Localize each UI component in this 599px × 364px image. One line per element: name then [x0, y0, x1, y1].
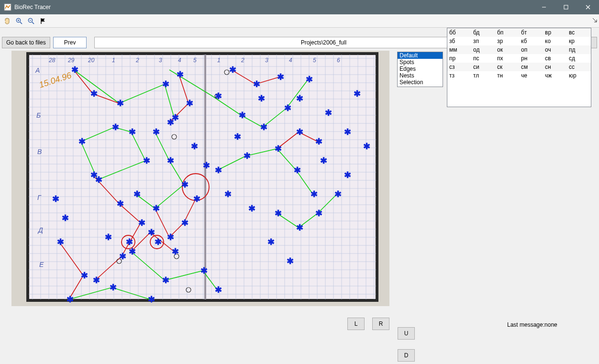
- zoom-out-icon[interactable]: [26, 16, 36, 26]
- window-title: BioRec Tracer: [14, 4, 533, 11]
- minimize-button[interactable]: [533, 0, 555, 14]
- toolbar-expand-icon[interactable]: [592, 17, 597, 24]
- svg-rect-2: [564, 5, 568, 9]
- maximize-button[interactable]: [555, 0, 577, 14]
- svg-line-6: [20, 22, 22, 24]
- toolbar: [0, 14, 599, 28]
- svg-line-10: [32, 22, 34, 24]
- close-button[interactable]: [577, 0, 599, 14]
- hand-tool-icon[interactable]: [2, 16, 12, 26]
- window-controls: [533, 0, 599, 14]
- titlebar: BioRec Tracer: [0, 0, 599, 14]
- zoom-in-icon[interactable]: [14, 16, 24, 26]
- app-icon: [4, 3, 11, 11]
- flag-icon[interactable]: [38, 16, 48, 26]
